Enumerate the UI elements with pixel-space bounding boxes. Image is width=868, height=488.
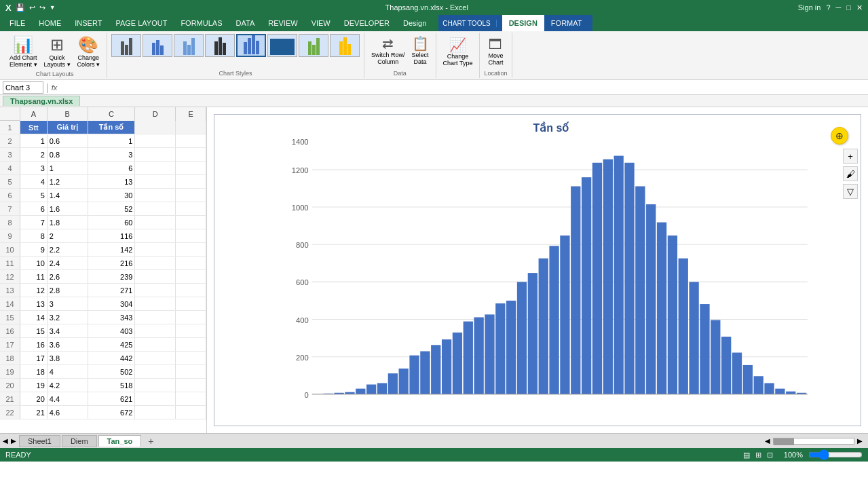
cell-d13[interactable] — [135, 284, 176, 297]
cell-d10[interactable] — [135, 243, 176, 256]
bar-32[interactable] — [657, 223, 666, 394]
cell-e1[interactable] — [176, 121, 206, 134]
cell-e4[interactable] — [176, 162, 206, 174]
chart-style-1[interactable] — [111, 34, 141, 57]
cell-d4[interactable] — [135, 162, 176, 174]
cell-c21[interactable]: 621 — [88, 392, 136, 405]
cell-c18[interactable]: 442 — [88, 352, 136, 364]
cell-b2[interactable]: 0.6 — [48, 134, 88, 147]
cell-d2[interactable] — [135, 134, 176, 147]
bar-8[interactable] — [399, 369, 409, 394]
bar-33[interactable] — [668, 236, 677, 394]
tab-format[interactable]: FORMAT — [544, 15, 589, 31]
cell-c11[interactable]: 216 — [88, 257, 136, 269]
cell-c13[interactable]: 271 — [88, 284, 136, 297]
cell-e2[interactable] — [176, 134, 206, 147]
tab-data[interactable]: DATA — [229, 15, 262, 31]
cell-e5[interactable] — [176, 175, 206, 188]
select-data-btn[interactable]: 📋 SelectData — [409, 34, 432, 67]
cell-b18[interactable]: 3.8 — [48, 352, 88, 364]
bar-26[interactable] — [592, 163, 602, 394]
minimize-btn[interactable]: ─ — [836, 3, 842, 12]
bar-24[interactable] — [571, 186, 580, 394]
nav-left-icon[interactable]: ◀ — [3, 437, 8, 445]
chart-style-6[interactable] — [267, 34, 297, 57]
chart-style-8[interactable] — [330, 34, 360, 57]
cell-b4[interactable]: 1 — [48, 162, 88, 174]
tab-review[interactable]: REVIEW — [261, 15, 304, 31]
cell-d6[interactable] — [135, 189, 176, 202]
bar-11[interactable] — [431, 345, 440, 394]
cell-e21[interactable] — [176, 392, 206, 405]
bar-28[interactable] — [614, 156, 624, 394]
cell-c22[interactable]: 672 — [88, 406, 136, 419]
cell-d16[interactable] — [135, 324, 176, 337]
cell-e13[interactable] — [176, 284, 206, 297]
sheet-tab-tan-so[interactable]: Tan_so — [98, 435, 142, 447]
cell-d7[interactable] — [135, 202, 176, 215]
cell-b1[interactable]: Giá trị — [48, 121, 88, 134]
bar-22[interactable] — [549, 246, 559, 394]
cell-a18[interactable]: 17 — [20, 352, 48, 364]
bar-13[interactable] — [453, 333, 462, 394]
bar-41[interactable] — [754, 376, 763, 394]
add-chart-element-btn[interactable]: 📊 Add ChartElement ▾ — [7, 34, 40, 69]
cell-b11[interactable]: 2.4 — [48, 257, 88, 269]
cell-d14[interactable] — [135, 297, 176, 310]
bar-44[interactable] — [786, 392, 795, 394]
cell-c15[interactable]: 343 — [88, 311, 136, 324]
chart-brush-btn[interactable]: 🖌 — [843, 166, 858, 181]
name-box[interactable] — [3, 81, 43, 94]
bar-42[interactable] — [764, 383, 774, 394]
bar-16[interactable] — [485, 314, 494, 394]
scroll-left-icon[interactable]: ◀ — [765, 437, 770, 445]
tab-design[interactable]: DESIGN — [502, 15, 544, 31]
cell-b8[interactable]: 1.8 — [48, 216, 88, 229]
tab-file[interactable]: FILE — [3, 15, 32, 31]
chart-plus-btn[interactable]: + — [843, 149, 858, 164]
cell-d9[interactable] — [135, 229, 176, 242]
cell-c17[interactable]: 425 — [88, 338, 136, 351]
cell-b16[interactable]: 3.4 — [48, 324, 88, 337]
bar-40[interactable] — [743, 365, 753, 394]
cell-e9[interactable] — [176, 229, 206, 242]
tab-home[interactable]: HOME — [32, 15, 68, 31]
cell-e15[interactable] — [176, 311, 206, 324]
cell-e7[interactable] — [176, 202, 206, 215]
bar-14[interactable] — [464, 322, 473, 394]
cell-d19[interactable] — [135, 365, 176, 378]
cell-e18[interactable] — [176, 352, 206, 364]
cell-c5[interactable]: 13 — [88, 175, 136, 188]
cell-b19[interactable]: 4 — [48, 365, 88, 378]
cell-b22[interactable]: 4.6 — [48, 406, 88, 419]
cell-a16[interactable]: 15 — [20, 324, 48, 337]
chart-expand-btn[interactable]: ⊕ — [831, 127, 848, 145]
cell-d15[interactable] — [135, 311, 176, 324]
cell-a12[interactable]: 11 — [20, 270, 48, 283]
tab-view[interactable]: VIEW — [305, 15, 337, 31]
cell-a14[interactable]: 13 — [20, 297, 48, 310]
cell-d17[interactable] — [135, 338, 176, 351]
cell-d21[interactable] — [135, 392, 176, 405]
cell-c9[interactable]: 116 — [88, 229, 136, 242]
cell-a22[interactable]: 21 — [20, 406, 48, 419]
cell-d8[interactable] — [135, 216, 176, 229]
cell-a4[interactable]: 3 — [20, 162, 48, 174]
sheet-tab-sheet1[interactable]: Sheet1 — [19, 435, 60, 447]
cell-c6[interactable]: 30 — [88, 189, 136, 202]
cell-d3[interactable] — [135, 148, 176, 161]
cell-d20[interactable] — [135, 379, 176, 392]
cell-d5[interactable] — [135, 175, 176, 188]
cell-a3[interactable]: 2 — [20, 148, 48, 161]
cell-d22[interactable] — [135, 406, 176, 419]
cell-b15[interactable]: 3.2 — [48, 311, 88, 324]
bar-31[interactable] — [646, 204, 656, 394]
cell-a7[interactable]: 6 — [20, 202, 48, 215]
chart-style-5[interactable] — [236, 34, 266, 57]
cell-c3[interactable]: 3 — [88, 148, 136, 161]
cell-b21[interactable]: 4.4 — [48, 392, 88, 405]
cell-d11[interactable] — [135, 257, 176, 269]
formula-input[interactable] — [60, 83, 865, 92]
bar-29[interactable] — [624, 163, 634, 394]
bar-38[interactable] — [721, 337, 731, 394]
